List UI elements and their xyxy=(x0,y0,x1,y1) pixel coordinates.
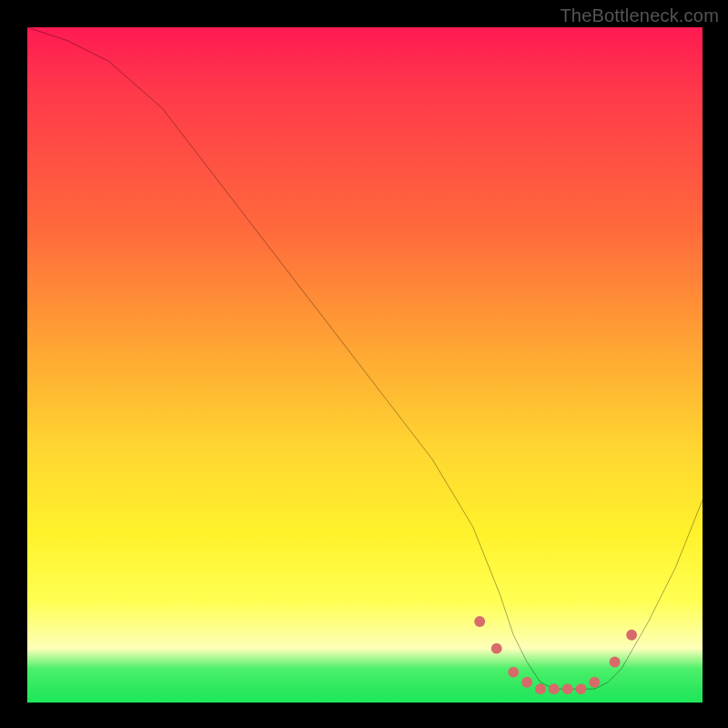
chart-stage: TheBottleneck.com xyxy=(0,0,728,728)
bottleneck-curve-path xyxy=(27,27,703,689)
marker-dot xyxy=(474,616,485,627)
marker-dot xyxy=(576,683,587,694)
marker-dot xyxy=(535,683,546,694)
marker-dot xyxy=(549,683,560,694)
marker-dot xyxy=(521,677,532,688)
marker-dot xyxy=(562,683,573,694)
plot-area xyxy=(27,27,703,703)
marker-dot xyxy=(610,657,621,668)
marker-dot xyxy=(626,630,637,641)
marker-dot xyxy=(589,677,600,688)
marker-dot xyxy=(508,667,519,678)
curve-group xyxy=(27,27,703,689)
optimal-range-dots xyxy=(474,616,637,694)
marker-dot xyxy=(491,643,502,654)
chart-svg xyxy=(27,27,703,703)
watermark-text: TheBottleneck.com xyxy=(560,5,719,26)
